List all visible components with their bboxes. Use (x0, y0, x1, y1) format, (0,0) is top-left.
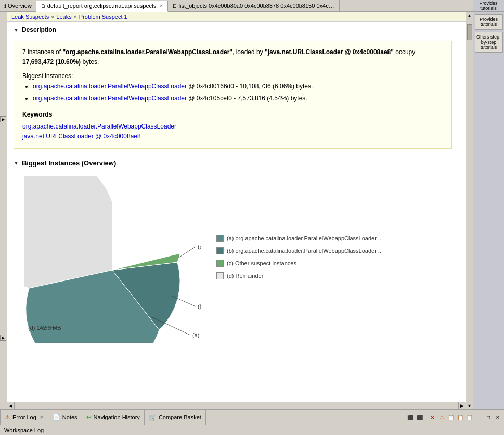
breadcrumb-leaks[interactable]: Leaks (56, 14, 71, 20)
v-scroll-up-btn[interactable]: ▲ (466, 12, 473, 19)
right-side-panel: Provides tutorials Offers step-by-step t… (473, 12, 504, 409)
keyword-1[interactable]: org.apache.catalina.loader.ParallelWebap… (22, 122, 443, 132)
error-log-icon: ⚠ (5, 414, 10, 421)
v-scroll-track[interactable] (466, 19, 473, 402)
biggest-instances: Biggest instances: org.apache.catalina.l… (22, 71, 443, 104)
instance-2-addr: @ 0x4c105cef0 (188, 95, 232, 102)
desc-occupy: occupy (394, 48, 415, 56)
tab-report-close[interactable]: ✕ (159, 3, 163, 8)
scroll-area[interactable]: ▼ Description 7 instances of "org.apache… (7, 22, 466, 402)
compare-basket-icon: 🛒 (149, 414, 157, 421)
pie-label-d: (d) 142.3 MB (28, 325, 61, 331)
instance-2-size: - 7,573,816 (4.54%) bytes. (234, 95, 307, 102)
legend-item-d: (d) Remainder (216, 272, 383, 279)
status-btn-7[interactable]: 📋 (466, 413, 474, 421)
tutorials-panel: Provides tutorials (473, 0, 504, 11)
h-scroll-right-btn[interactable]: ▶ (458, 402, 466, 410)
breadcrumb-problem-suspect[interactable]: Problem Suspect 1 (79, 14, 127, 20)
biggest-instances-label: Biggest instances: (22, 71, 443, 81)
legend-color-b (216, 247, 224, 254)
legend-item-c: (c) Other suspect instances (216, 260, 383, 267)
desc-loaded: , loaded by (232, 48, 265, 56)
breadcrumb-sep-2: » (74, 14, 77, 20)
description-title: Description (22, 26, 56, 33)
desc-instances-count: 7 instances of (22, 48, 62, 56)
instance-2-class[interactable]: org.apache.catalina.loader.ParallelWebap… (33, 95, 187, 102)
breadcrumb-leak-suspects[interactable]: Leak Suspects (11, 14, 49, 20)
instance-1-size: - 10,108,736 (6.06%) bytes. (236, 83, 313, 90)
overview-title: Biggest Instances (Overview) (22, 159, 116, 167)
status-btn-6[interactable]: 📋 (456, 413, 464, 421)
legend-item-a: (a) org.apache.catalina.loader.ParallelW… (216, 235, 383, 242)
legend-color-c (216, 260, 224, 267)
tab-overview-icon: ℹ (4, 3, 6, 9)
legend-text-d: (d) Remainder (227, 273, 263, 279)
status-tab-notes[interactable]: 📄 Notes (48, 410, 82, 425)
pie-chart-svg: (a) 9.6 MB (b) 7.2 MB (c) 10.7 KB (d) 14… (24, 176, 201, 343)
left-indicator-2[interactable]: ▶ (0, 335, 6, 341)
instance-item-2: org.apache.catalina.loader.ParallelWebap… (33, 94, 443, 104)
tab-default-report[interactable]: 🗋 default_report org.eclipse.mat.api:sus… (36, 1, 168, 12)
instance-1-class[interactable]: org.apache.catalina.loader.ParallelWebap… (33, 83, 187, 90)
instance-1-addr: @ 0x4c00166d0 (188, 83, 234, 90)
error-log-label: Error Log (12, 414, 36, 420)
status-btn-4[interactable]: ⚠ (437, 413, 446, 421)
description-box: 7 instances of "org.apache.catalina.load… (14, 41, 452, 149)
pie-label-a: (a) 9.6 MB (192, 332, 201, 338)
label-line-c (178, 247, 196, 258)
keywords-title: Keywords (22, 110, 443, 120)
workspace-log-label: Workspace Log (4, 427, 44, 433)
status-btn-5[interactable]: 📋 (447, 413, 455, 421)
desc-size: 17,693,472 (10.60%) (22, 58, 81, 66)
tab-list-icon: 🗋 (172, 3, 177, 9)
breadcrumb: Leak Suspects » Leaks » Problem Suspect … (7, 12, 466, 22)
tab-report-icon: 🗋 (41, 3, 46, 9)
legend-text-c: (c) Other suspect instances (227, 260, 296, 266)
desc-class-name: "org.apache.catalina.loader.ParallelWeba… (62, 48, 232, 56)
legend-area: (a) org.apache.catalina.loader.ParallelW… (216, 235, 383, 285)
legend-text-a: (a) org.apache.catalina.loader.ParallelW… (227, 235, 383, 241)
tab-overview[interactable]: ℹ Overview (0, 0, 36, 11)
desc-main-text: 7 instances of "org.apache.catalina.load… (22, 47, 443, 67)
legend-item-b: (b) org.apache.catalina.loader.ParallelW… (216, 247, 383, 254)
status-tab-error-log[interactable]: ⚠ Error Log ✕ (0, 410, 48, 425)
tab-list-objects[interactable]: 🗋 list_objects 0x4c00b80a0 0x4c00b8378 0… (168, 0, 340, 11)
status-btn-9[interactable]: □ (484, 413, 493, 421)
nav-history-icon: ↩ (86, 414, 92, 421)
status-btn-3[interactable]: ✕ (428, 413, 436, 421)
biggest-instances-list: org.apache.catalina.loader.ParallelWebap… (33, 82, 443, 104)
error-log-close[interactable]: ✕ (40, 415, 44, 420)
tab-bar: ℹ Overview 🗋 default_report org.eclipse.… (0, 0, 504, 12)
h-scroll-left-btn[interactable]: ◀ (7, 402, 15, 410)
description-header[interactable]: ▼ Description (14, 26, 452, 33)
chart-area: (a) 9.6 MB (b) 7.2 MB (c) 10.7 KB (d) 14… (14, 171, 452, 348)
status-btn-8[interactable]: — (475, 413, 483, 421)
status-tab-compare-basket[interactable]: 🛒 Compare Basket (145, 410, 206, 425)
status-btn-10[interactable]: ✕ (494, 413, 502, 421)
tab-report-label: default_report org.eclipse.mat.api:suspe… (47, 3, 157, 9)
right-btn-tutorials[interactable]: Provides tutorials (475, 14, 503, 30)
overview-section: ▼ Biggest Instances (Overview) (7, 155, 458, 352)
keyword-2[interactable]: java.net.URLClassLoader @ 0x4c0008ae8 (22, 132, 443, 142)
keywords-section: Keywords org.apache.catalina.loader.Para… (22, 110, 443, 142)
right-btn-step-by-step[interactable]: Offers step-by-step tutorials (475, 32, 503, 53)
legend-text-b: (b) org.apache.catalina.loader.ParallelW… (227, 248, 383, 254)
pie-chart-container: (a) 9.6 MB (b) 7.2 MB (c) 10.7 KB (d) 14… (24, 176, 201, 343)
overview-header[interactable]: ▼ Biggest Instances (Overview) (14, 159, 452, 167)
description-toggle-icon: ▼ (14, 27, 19, 33)
h-scrollbar: ◀ ▶ (7, 402, 466, 409)
status-btn-2[interactable]: ⬛ (416, 413, 424, 421)
legend-color-d (216, 272, 224, 279)
v-scroll-down-btn[interactable]: ▼ (466, 402, 473, 409)
left-indicator-1[interactable]: ▶ (0, 116, 6, 122)
notes-icon: 📄 (53, 414, 60, 421)
status-btn-1[interactable]: ⬛ (406, 413, 415, 421)
compare-basket-label: Compare Basket (159, 414, 201, 420)
pie-label-b: (b) 7.2 MB (198, 303, 201, 310)
tab-bar-right: Provides tutorials (473, 0, 504, 11)
desc-loaded-by: "java.net.URLClassLoader @ 0x4c0008ae8" (265, 48, 394, 56)
main-area: ▶ ▶ Leak Suspects » Leaks » Problem Susp… (0, 12, 504, 409)
pie-slice-d (24, 176, 112, 288)
v-scroll-thumb[interactable] (467, 24, 472, 40)
status-tab-nav-history[interactable]: ↩ Navigation History (82, 410, 145, 425)
